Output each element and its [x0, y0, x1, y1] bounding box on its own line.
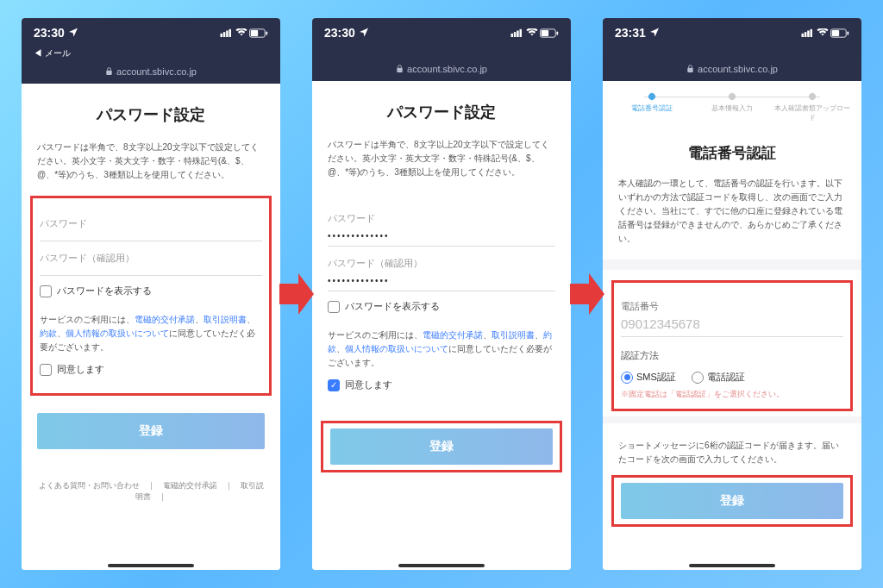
svg-rect-7: [106, 71, 111, 75]
svg-rect-3: [229, 29, 232, 37]
phone-screen-1: 23:30 ◀ メール account.sbivc.co.jp パスワード設定 …: [22, 18, 280, 570]
home-indicator[interactable]: [398, 564, 485, 567]
radio-call[interactable]: 電話認証: [692, 371, 745, 384]
phone-screen-3: 23:31 account.sbivc.co.jp 電話番号認証 基本情報入力: [603, 18, 861, 570]
status-icons: [220, 28, 268, 38]
password-input[interactable]: パスワード: [40, 207, 262, 241]
landline-note: ※固定電話は「電話認証」をご選択ください。: [621, 389, 843, 400]
arrow-icon: [279, 268, 314, 320]
svg-rect-15: [397, 68, 402, 72]
phone-input[interactable]: 電話番号 09012345678: [621, 291, 843, 337]
step-upload: 本人確認書類アップロード: [773, 93, 853, 122]
svg-rect-18: [807, 31, 810, 38]
password-confirm-input[interactable]: パスワード（確認用）: [40, 241, 262, 276]
home-indicator[interactable]: [689, 564, 775, 567]
location-icon: [68, 26, 78, 40]
svg-rect-11: [520, 29, 523, 37]
phone-desc: 本人確認の一環として、電話番号の認証を行います。以下いずれかの方法で認証コードを…: [618, 177, 846, 246]
terms-text: サービスのご利用には、電磁的交付承諾、取引説明書、約款、個人情報の取扱いについて…: [40, 313, 262, 354]
form: パスワード ••••••••••••• パスワード（確認用） •••••••••…: [321, 193, 562, 409]
svg-rect-10: [517, 31, 519, 38]
lock-icon: [396, 64, 404, 74]
link-denshi[interactable]: 電磁的交付承諾: [423, 330, 483, 340]
location-icon: [649, 26, 660, 40]
url-bar[interactable]: account.sbivc.co.jp: [22, 63, 280, 84]
status-icons: [510, 28, 559, 38]
location-icon: [359, 26, 369, 40]
page-title: パスワード設定: [37, 104, 265, 125]
url-bar[interactable]: account.sbivc.co.jp: [312, 60, 571, 81]
submit-highlight: 登録: [321, 421, 562, 472]
status-bar: 23:30: [22, 18, 280, 47]
page-title: パスワード設定: [328, 102, 555, 122]
sms-info: ショートメッセージに6桁の認証コードが届きます。届いたコードを次の画面で入力して…: [618, 434, 846, 466]
svg-rect-9: [514, 32, 517, 37]
checkbox-icon: [328, 301, 340, 313]
step-basic: 基本情報入力: [692, 93, 772, 113]
show-password-checkbox[interactable]: パスワードを表示する: [40, 276, 262, 306]
show-password-checkbox[interactable]: パスワードを表示する: [328, 291, 555, 322]
status-time: 23:30: [34, 26, 65, 40]
phone-screen-2: 23:30 account.sbivc.co.jp パスワード設定 パスワードは…: [312, 18, 571, 570]
status-icons: [801, 28, 849, 38]
method-label: 認証方法: [621, 349, 843, 362]
submit-button[interactable]: 登録: [330, 428, 553, 465]
status-time: 23:31: [615, 26, 646, 40]
svg-rect-6: [251, 30, 258, 36]
link-yakkan[interactable]: 約款: [40, 328, 57, 338]
radio-icon: [692, 372, 704, 384]
step-phone: 電話番号認証: [611, 93, 692, 113]
auth-method-radios: SMS認証 電話認証: [621, 371, 843, 384]
agree-checkbox[interactable]: 同意します: [40, 354, 262, 385]
url-bar[interactable]: account.sbivc.co.jp: [603, 60, 861, 81]
svg-rect-8: [511, 34, 514, 37]
terms-text: サービスのご利用には、電磁的交付承諾、取引説明書、約款、個人情報の取扱いについて…: [328, 328, 555, 370]
checkbox-checked-icon: ✓: [328, 379, 340, 391]
svg-rect-1: [223, 32, 226, 37]
svg-rect-19: [811, 29, 813, 37]
page-title: 電話番号認証: [618, 143, 846, 163]
lock-icon: [105, 66, 113, 77]
svg-rect-2: [226, 31, 229, 38]
link-torihiki[interactable]: 取引説明書: [204, 315, 247, 324]
password-confirm-input[interactable]: パスワード（確認用） •••••••••••••: [328, 247, 555, 291]
phone-form-highlight: 電話番号 09012345678 認証方法 SMS認証 電話認証 ※固定電話は「…: [611, 280, 853, 411]
password-desc: パスワードは半角で、8文字以上20文字以下で設定してください。英小文字・英大文字…: [37, 141, 265, 182]
svg-rect-21: [847, 31, 849, 34]
svg-rect-14: [542, 30, 548, 36]
password-input[interactable]: パスワード •••••••••••••: [328, 202, 555, 247]
radio-selected-icon: [621, 372, 633, 384]
form-highlight: パスワード パスワード（確認用） パスワードを表示する サービスのご利用には、電…: [30, 196, 272, 396]
checkbox-icon: [40, 364, 52, 376]
agree-checkbox[interactable]: ✓ 同意します: [328, 370, 555, 400]
lock-icon: [686, 64, 694, 74]
link-denshi[interactable]: 電磁的交付承諾: [135, 315, 195, 324]
status-bar: 23:30: [312, 18, 571, 47]
link-privacy[interactable]: 個人情報の取扱いについて: [66, 328, 169, 338]
status-bar: 23:31: [603, 18, 861, 47]
svg-rect-16: [802, 34, 805, 37]
svg-rect-17: [805, 32, 807, 37]
link-privacy[interactable]: 個人情報の取扱いについて: [345, 344, 448, 353]
back-nav[interactable]: ◀ メール: [22, 47, 280, 63]
link-torihiki[interactable]: 取引説明書: [492, 330, 535, 340]
home-indicator[interactable]: [108, 564, 194, 567]
radio-sms[interactable]: SMS認証: [621, 371, 676, 384]
progress-steps: 電話番号認証 基本情報入力 本人確認書類アップロード: [603, 81, 861, 128]
svg-rect-5: [266, 31, 267, 34]
svg-rect-22: [832, 30, 839, 36]
footer-links[interactable]: よくある質問・お問い合わせ ｜ 電磁的交付承諾 ｜ 取引説明書 ｜: [37, 454, 265, 503]
checkbox-icon: [40, 285, 52, 297]
back-nav: [603, 47, 861, 60]
password-desc: パスワードは半角で、8文字以上20文字以下で設定してください。英小文字・英大文字…: [328, 138, 555, 179]
submit-button[interactable]: 登録: [37, 413, 265, 449]
svg-rect-0: [221, 34, 223, 37]
arrow-icon: [570, 268, 604, 320]
status-time: 23:30: [324, 26, 355, 40]
back-nav: [312, 47, 571, 60]
submit-button[interactable]: 登録: [621, 483, 843, 519]
submit-highlight: 登録: [611, 475, 853, 527]
svg-rect-23: [687, 68, 692, 72]
svg-rect-13: [556, 31, 558, 34]
